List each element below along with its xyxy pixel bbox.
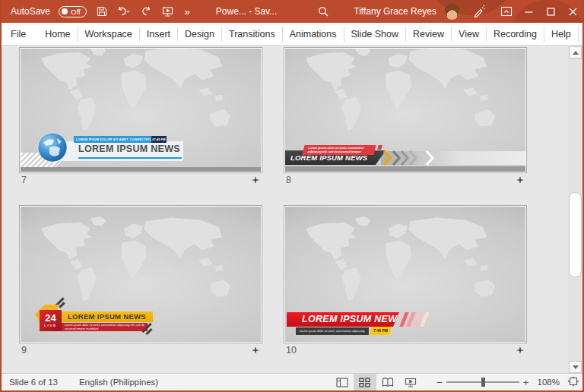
scroll-down-button[interactable] [569,361,582,373]
tab-review[interactable]: Review [406,27,452,42]
view-switcher [331,374,422,390]
time-badge: 7:46 PM [370,327,392,335]
titlebar: AutoSave Off [0,0,584,23]
reading-view-button[interactable] [376,374,399,390]
scrollbar-thumb[interactable] [569,192,582,277]
slide-number: 9 [19,345,27,356]
news-headline-banner: LOREM IPSUM NEWS [62,311,153,322]
tab-slide-show[interactable]: Slide Show [344,27,407,42]
close-button[interactable] [562,0,584,23]
status-bar: Slide 6 of 13 English (Philippines) [2,373,584,392]
news-ticker-bar: LOREM IPSUM DOLOR SIT AMET, CONSECTETUR [74,136,151,143]
slide-8-canvas: LOREM IPSUM NEWS Lorem ipsum dolor sit a… [285,49,525,172]
search-icon[interactable] [316,5,330,18]
tab-file[interactable]: File [2,27,35,42]
globe-icon [37,132,68,163]
zoom-slider[interactable] [446,374,519,390]
world-map-graphic [297,49,513,152]
footer-strip [21,167,261,172]
slide-number: 7 [19,175,27,185]
tab-animations[interactable]: Animations [283,27,344,42]
news-headline: LOREM IPSUM NEWS [78,144,180,154]
slide-10-canvas: LOREM IPSUM NEWS Lorem ipsum dolor sit a… [285,207,525,342]
slide-thumbnail-9[interactable]: 24 LIVE LOREM IPSUM NEWS Lorem ipsum dol… [19,205,262,343]
account-name[interactable]: Tiffany Grace Reyes [354,6,436,17]
tab-view[interactable]: View [452,27,487,42]
world-map-graphic [33,213,249,322]
tab-shortcutto[interactable]: ShortcutTo [579,27,584,42]
autosave-label: AutoSave [11,6,50,17]
slideshow-view-button[interactable] [399,374,422,390]
chevron-arrows [382,150,437,166]
tab-help[interactable]: Help [544,27,579,42]
live-badge: 24 LIVE [40,310,62,331]
slide-indicator: Slide 6 of 13 [9,378,58,387]
triangle-down-icon [573,365,579,369]
ribbon-display-options-icon[interactable] [500,5,513,18]
more-commands-icon[interactable]: » [185,6,190,17]
zoom-level[interactable]: 108% [538,378,560,387]
tab-home[interactable]: Home [38,27,78,42]
undo-icon[interactable] [117,5,131,18]
news-subtitle-bar: Lorem ipsum dolor sit amet, consectetur … [62,323,148,331]
autosave-state-label: Off [71,8,81,16]
news-subtitle-bar: Lorem ipsum dolor sit amet, consectetur … [296,327,369,335]
save-icon[interactable] [95,5,109,18]
triangle-up-icon [573,51,579,55]
tab-workspace[interactable]: Workspace [78,27,140,42]
slide-sorter-view-button[interactable] [354,374,376,390]
autosave-toggle-knob [62,8,68,14]
news-headline-banner: LOREM IPSUM NEWS [287,312,399,327]
scroll-up-button[interactable] [569,46,582,58]
news-subtitle-ribbon: Lorem ipsum dolor sit amet, consectetur … [302,145,376,155]
world-map-graphic [297,213,513,322]
zoom-out-button[interactable]: − [434,376,445,388]
document-title: Powe... - Sav... [216,6,277,17]
slide-number: 10 [284,345,297,356]
slide-8-label: 8 [284,174,527,186]
titlebar-right: Tiffany Grace Reyes [354,0,584,23]
start-slideshow-icon[interactable] [161,5,175,18]
slide-sorter-pane: LOREM IPSUM DOLOR SIT AMET, CONSECTETUR … [2,46,584,373]
autosave-toggle[interactable]: Off [59,6,87,17]
slide-9-label: 9 [19,344,262,356]
slide-9-canvas: 24 LIVE LOREM IPSUM NEWS Lorem ipsum dol… [21,207,261,342]
animation-star-icon[interactable] [252,346,259,354]
powerpoint-window: AutoSave Off [0,0,584,392]
language-indicator[interactable]: English (Philippines) [79,378,158,387]
normal-view-button[interactable] [331,374,354,390]
ribbon-tabs: File Home Workspace Insert Design Transi… [2,23,584,46]
quick-access-toolbar: AutoSave Off [0,5,190,18]
fit-to-window-button[interactable] [567,376,579,388]
live-badge-number: 24 [40,310,62,324]
zoom-in-button[interactable]: + [521,377,532,388]
slide-number: 8 [284,175,291,185]
user-avatar[interactable] [444,4,460,20]
maximize-button[interactable] [540,0,562,23]
zoom-slider-handle[interactable] [481,378,485,387]
slide-thumbnail-8[interactable]: LOREM IPSUM NEWS Lorem ipsum dolor sit a… [284,47,527,173]
headline-underline [78,157,182,159]
ink-pen-icon[interactable] [472,5,486,18]
animation-star-icon[interactable] [516,176,524,184]
slide-7-canvas: LOREM IPSUM DOLOR SIT AMET, CONSECTETUR … [21,49,261,172]
slide-10-label: 10 [284,344,527,356]
animation-star-icon[interactable] [252,176,259,184]
live-badge-label: LIVE [40,324,62,327]
minimize-button[interactable] [518,0,540,23]
slide-7-label: 7 [19,174,262,186]
redo-icon[interactable] [139,5,153,18]
vertical-scrollbar[interactable] [568,46,582,373]
tab-recording[interactable]: Recording [487,27,544,42]
tab-insert[interactable]: Insert [140,27,178,42]
slide-thumbnail-7[interactable]: LOREM IPSUM DOLOR SIT AMET, CONSECTETUR … [19,47,262,173]
tab-transitions[interactable]: Transitions [222,27,283,42]
ticker-time: 07:45 PM [151,136,167,143]
tab-design[interactable]: Design [178,27,222,42]
animation-star-icon[interactable] [516,346,524,354]
slide-thumbnail-10[interactable]: LOREM IPSUM NEWS Lorem ipsum dolor sit a… [284,205,527,343]
footer-strip [285,166,525,172]
